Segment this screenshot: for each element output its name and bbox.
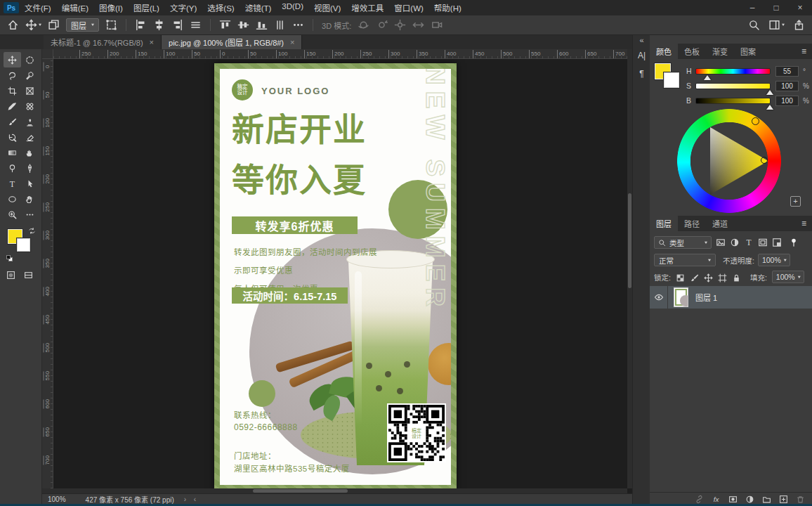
workspace-icon[interactable] (768, 19, 780, 31)
b-slider[interactable] (695, 98, 771, 104)
canvas[interactable]: NEW SUMMER 稿定设计 YOUR LOGO 新店开业 等你入夏 转发享6… (53, 59, 627, 488)
default-colors-icon[interactable] (6, 255, 13, 261)
align-middle-icon[interactable] (237, 19, 249, 31)
move-tool-icon[interactable] (25, 19, 37, 31)
panel-menu-icon[interactable]: ≡ (801, 219, 806, 228)
align-bottom-icon[interactable] (256, 19, 268, 31)
lock-transparent-pixels-icon[interactable] (676, 273, 685, 282)
minimize-button[interactable]: – (740, 0, 764, 15)
color-panel-tab[interactable]: 渐变 (706, 44, 734, 59)
layers-panel-tab[interactable]: 通道 (706, 216, 734, 231)
gradient-tool[interactable] (4, 145, 21, 160)
lasso-tool[interactable] (4, 67, 21, 83)
lock-all-icon[interactable] (732, 273, 741, 282)
menu-item[interactable]: 文件(F) (25, 2, 51, 13)
status-bar-arrows[interactable]: › ‹ (184, 495, 199, 503)
more-tools[interactable] (21, 207, 39, 222)
add-swatch-button[interactable]: + (790, 196, 801, 207)
paragraph-panel-icon[interactable]: ¶ (634, 66, 649, 82)
zoom-level-field[interactable]: 100% (48, 495, 66, 503)
dodge-tool[interactable] (4, 160, 21, 176)
lock-artboard-icon[interactable] (718, 273, 727, 282)
layer-filter-type-dropdown[interactable]: 类型 ▾ (654, 236, 712, 249)
distribute-vertical-icon[interactable] (274, 19, 286, 31)
shape-tool[interactable] (4, 191, 21, 207)
vertical-scrollbar[interactable] (627, 49, 632, 488)
filter-adjustment-layers-icon[interactable] (730, 238, 740, 247)
transform-controls-icon[interactable] (105, 19, 117, 31)
opacity-dropdown[interactable]: 100% ▾ (758, 254, 790, 266)
lock-image-pixels-icon[interactable] (690, 273, 699, 282)
slider-value-field[interactable]: 100 (775, 96, 799, 106)
path-select-tool[interactable] (21, 176, 39, 191)
document-tab-pic[interactable]: pic.jpg @ 100% (图层 1, RGB/8#) × (162, 35, 302, 49)
slider-thumb[interactable] (766, 90, 773, 95)
horizontal-scrollbar-thumb[interactable] (253, 489, 348, 493)
zoom-tool[interactable] (4, 207, 21, 222)
panel-menu-icon[interactable]: ≡ (801, 46, 806, 56)
add-mask-icon[interactable] (728, 494, 738, 503)
menu-item[interactable]: 选择(S) (207, 2, 234, 13)
maximize-button[interactable]: □ (764, 0, 788, 15)
layer-name[interactable]: 图层 1 (695, 292, 717, 303)
close-tab-icon[interactable]: × (290, 38, 294, 46)
filter-type-layers-icon[interactable]: T (744, 238, 754, 247)
layers-panel-tab[interactable]: 路径 (678, 216, 706, 231)
auto-select-target-dropdown[interactable]: 图层 ▾ (66, 18, 99, 32)
layer-style-icon[interactable]: fx (712, 494, 721, 503)
blend-mode-dropdown[interactable]: 正常 ▾ (654, 254, 716, 266)
filter-pixel-layers-icon[interactable] (716, 238, 726, 247)
s-slider[interactable] (695, 83, 771, 89)
new-layer-icon[interactable] (779, 494, 788, 503)
screen-mode-button[interactable] (21, 268, 39, 284)
h-slider[interactable] (695, 68, 771, 74)
color-panel-tab[interactable]: 颜色 (650, 44, 678, 59)
fill-dropdown[interactable]: 100% ▾ (772, 271, 804, 283)
pen-tool[interactable] (21, 160, 39, 176)
slider-thumb[interactable] (704, 75, 711, 80)
slider-value-field[interactable]: 55 (775, 66, 799, 77)
align-center-icon[interactable] (153, 19, 165, 31)
layers-panel-tab[interactable]: 图层 (650, 216, 678, 231)
align-top-icon[interactable] (219, 19, 231, 31)
layer-row-selected[interactable]: 图层 1 (650, 286, 812, 309)
character-panel-icon[interactable]: A| (634, 48, 649, 63)
home-icon[interactable] (7, 19, 19, 31)
more-align-options-icon[interactable] (292, 19, 304, 31)
vertical-scrollbar-thumb[interactable] (628, 193, 631, 288)
layer-visibility-toggle[interactable] (650, 286, 668, 309)
lock-position-icon[interactable] (704, 273, 713, 282)
swap-colors-icon[interactable] (28, 225, 36, 233)
adjustment-layer-icon[interactable] (745, 494, 754, 503)
align-left-icon[interactable] (135, 19, 147, 31)
poster-document[interactable]: NEW SUMMER 稿定设计 YOUR LOGO 新店开业 等你入夏 转发享6… (214, 63, 457, 488)
menu-item[interactable]: 3D(D) (282, 2, 303, 13)
color-panel-tab[interactable]: 图案 (734, 44, 762, 59)
history-brush-tool[interactable] (4, 129, 21, 145)
collapse-panels-icon[interactable]: « (633, 36, 650, 44)
filter-toggle-icon[interactable] (789, 237, 799, 248)
horizontal-scrollbar[interactable] (42, 488, 627, 493)
menu-item[interactable]: 图像(I) (99, 2, 123, 13)
crop-tool[interactable] (4, 83, 21, 98)
document-tab-untitled[interactable]: 未标题-1 @ 16.7%(RGB/8) × (44, 35, 162, 49)
menu-item[interactable]: 图层(L) (133, 2, 159, 13)
distribute-horizontal-icon[interactable] (190, 19, 202, 31)
triangle-selector[interactable] (761, 157, 768, 164)
hand-tool[interactable] (21, 191, 39, 207)
panel-background-swatch[interactable] (664, 72, 679, 88)
search-icon[interactable] (748, 19, 760, 31)
brush-tool[interactable] (4, 114, 21, 129)
color-panel-tab[interactable]: 色板 (678, 44, 706, 59)
filter-shape-layers-icon[interactable] (758, 238, 768, 247)
eraser-tool[interactable] (21, 129, 39, 145)
layer-thumbnail[interactable] (674, 287, 688, 307)
smudge-tool[interactable] (21, 145, 39, 160)
type-tool[interactable]: T (4, 176, 21, 191)
close-button[interactable]: × (788, 0, 812, 15)
menu-item[interactable]: 增效工具 (351, 2, 384, 13)
ruler-origin-box[interactable] (42, 49, 53, 59)
auto-select-icon[interactable] (48, 19, 60, 31)
menu-item[interactable]: 视图(V) (314, 2, 341, 13)
menu-item[interactable]: 滤镜(T) (245, 2, 272, 13)
